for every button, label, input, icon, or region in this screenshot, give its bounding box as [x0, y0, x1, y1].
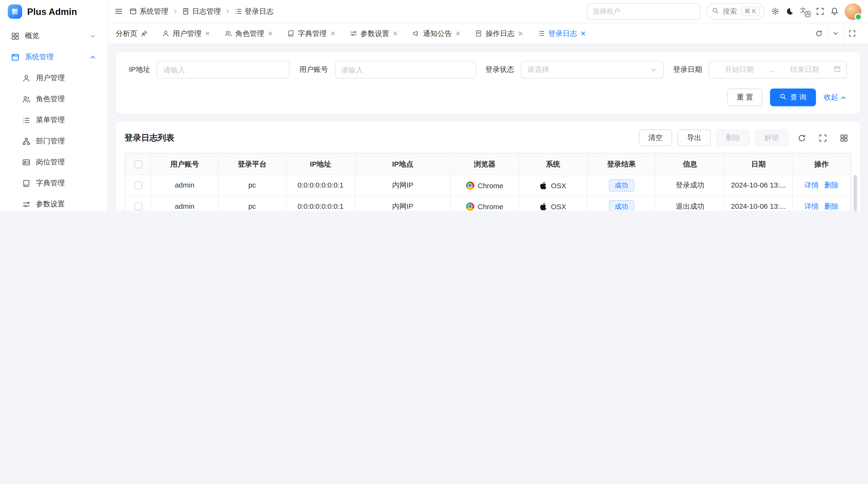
chevron-down-icon[interactable]: [827, 23, 844, 44]
row-checkbox[interactable]: [134, 203, 142, 211]
tab-param-settings[interactable]: 参数设置 ✕: [350, 28, 398, 38]
megaphone-icon: [412, 30, 420, 37]
close-icon[interactable]: ✕: [330, 30, 336, 37]
breadcrumb-separator-icon: [224, 8, 231, 15]
delete-link[interactable]: 删除: [824, 202, 839, 210]
bell-icon[interactable]: [830, 7, 839, 15]
column-header: 操作: [793, 154, 850, 174]
collapse-filters-link[interactable]: 收起: [824, 92, 847, 102]
filter-date: 登录日期 开始日期 → 结束日期: [673, 61, 847, 78]
tab-bar: 分析页 用户管理 ✕ 角色管理 ✕ 字典管理 ✕ 参数设置 ✕: [108, 23, 868, 44]
chevron-up-icon: [89, 54, 96, 61]
cell-date: 2024-10-06 13:...: [724, 196, 792, 211]
cell-os: OSX: [551, 181, 566, 189]
filter-ip: IP地址: [129, 61, 289, 78]
translate-icon[interactable]: 文A: [800, 7, 810, 16]
start-date-placeholder: 开始日期: [715, 65, 764, 75]
keyboard-shortcut-badge: ⌘ K: [741, 7, 760, 16]
search-icon: [780, 93, 787, 102]
tab-dict-management[interactable]: 字典管理 ✕: [287, 28, 336, 38]
tab-bar-actions: [810, 23, 860, 44]
breadcrumb-item-login-log[interactable]: 登录日志: [235, 6, 273, 16]
sidebar-item-overview[interactable]: 概览: [5, 26, 102, 46]
avatar[interactable]: [845, 3, 862, 20]
column-settings-icon[interactable]: [836, 130, 851, 146]
login-log-icon: [538, 30, 545, 37]
close-icon[interactable]: ✕: [268, 30, 273, 37]
ip-input[interactable]: [157, 61, 289, 78]
sidebar-item-role-management[interactable]: 角色管理: [5, 89, 102, 109]
tenant-select[interactable]: [587, 3, 700, 20]
apple-icon: [540, 202, 548, 211]
page-content: IP地址 用户账号 登录状态 请选择: [108, 44, 868, 211]
row-checkbox[interactable]: [134, 182, 142, 189]
cell-ip: 0:0:0:0:0:0:0:1: [286, 174, 355, 195]
gear-icon[interactable]: [771, 7, 779, 15]
clear-button[interactable]: 清空: [639, 129, 672, 146]
filter-panel: IP地址 用户账号 登录状态 请选择: [116, 52, 860, 114]
table-scrollbar[interactable]: [854, 175, 857, 211]
close-icon[interactable]: ✕: [205, 30, 210, 37]
sidebar-item-department-management[interactable]: 部门管理: [5, 131, 102, 152]
tab-role-management[interactable]: 角色管理 ✕: [225, 28, 273, 38]
list-toolbar: 清空 导出 删除 解锁: [639, 129, 851, 146]
tab-label: 用户管理: [173, 28, 201, 38]
moon-icon[interactable]: [785, 7, 794, 15]
filter-status: 登录状态 请选择: [485, 61, 663, 78]
delete-button[interactable]: 删除: [716, 129, 750, 146]
account-input[interactable]: [335, 61, 476, 78]
query-button[interactable]: 查 询: [770, 89, 816, 106]
status-badge: 成功: [609, 179, 634, 191]
tab-operation-log[interactable]: 操作日志 ✕: [475, 28, 523, 38]
delete-link[interactable]: 删除: [824, 181, 839, 189]
reset-button[interactable]: 重 置: [727, 89, 763, 106]
tab-login-log[interactable]: 登录日志 ✕: [538, 28, 586, 38]
select-all-checkbox[interactable]: [134, 161, 142, 168]
sidebar-item-system-management[interactable]: 系统管理: [5, 46, 102, 67]
id-card-icon: [22, 158, 30, 166]
column-header: IP地点: [355, 154, 451, 174]
sliders-icon: [22, 200, 30, 208]
sidebar-item-label: 系统管理: [25, 52, 84, 62]
column-header: 用户账号: [151, 154, 218, 174]
tab-analysis[interactable]: 分析页: [116, 28, 148, 38]
app-logo[interactable]: Plus Admin: [0, 0, 107, 23]
fullscreen-icon[interactable]: [816, 7, 824, 15]
detail-link[interactable]: 详情: [804, 181, 819, 189]
user-icon: [22, 74, 30, 82]
menu-list-icon: [22, 116, 30, 124]
expand-content-icon[interactable]: [844, 23, 860, 44]
unlock-button[interactable]: 解锁: [755, 129, 788, 146]
close-icon[interactable]: ✕: [518, 30, 523, 37]
refresh-icon[interactable]: [794, 130, 809, 146]
pin-icon[interactable]: [141, 30, 148, 37]
sidebar-item-param-settings[interactable]: 参数设置: [5, 194, 102, 211]
sidebar-item-label: 用户管理: [36, 73, 96, 83]
login-status-select[interactable]: 请选择: [521, 61, 663, 78]
close-icon[interactable]: ✕: [580, 30, 586, 37]
breadcrumb-label: 系统管理: [140, 6, 168, 16]
log-icon: [182, 8, 189, 15]
detail-link[interactable]: 详情: [804, 202, 819, 210]
global-search[interactable]: 搜索 ⌘ K: [706, 3, 765, 20]
close-icon[interactable]: ✕: [393, 30, 398, 37]
export-button[interactable]: 导出: [678, 129, 711, 146]
cell-browser: Chrome: [478, 181, 503, 189]
hamburger-menu-icon[interactable]: [115, 7, 123, 15]
sidebar-item-dict-management[interactable]: 字典管理: [5, 172, 102, 194]
account-label: 用户账号: [299, 65, 328, 75]
tab-user-management[interactable]: 用户管理 ✕: [162, 28, 211, 38]
cell-location: 内网IP: [355, 174, 451, 195]
breadcrumb-item-log[interactable]: 日志管理: [182, 6, 221, 16]
app-title: Plus Admin: [27, 6, 77, 17]
date-range-picker[interactable]: 开始日期 → 结束日期: [709, 61, 847, 78]
breadcrumb-item-system[interactable]: 系统管理: [129, 6, 168, 16]
sidebar-item-user-management[interactable]: 用户管理: [5, 67, 102, 89]
app-window: Plus Admin 概览 系统管理 用户管理 角色管理: [0, 0, 868, 211]
sidebar-item-post-management[interactable]: 岗位管理: [5, 152, 102, 172]
tab-notice[interactable]: 通知公告 ✕: [412, 28, 461, 38]
refresh-icon[interactable]: [810, 23, 827, 44]
close-icon[interactable]: ✕: [455, 30, 461, 37]
sidebar-item-menu-management[interactable]: 菜单管理: [5, 110, 102, 131]
fullscreen-icon[interactable]: [815, 130, 830, 146]
